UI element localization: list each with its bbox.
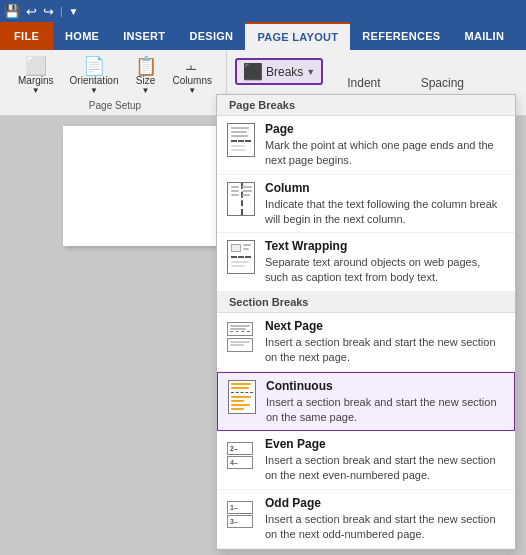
even-page-icon: 2– 4–: [227, 437, 255, 473]
column-break-text: Column Indicate that the text following …: [265, 181, 505, 227]
next-page-icon: [227, 319, 255, 355]
next-page-text: Next Page Insert a section break and sta…: [265, 319, 505, 365]
text-wrapping-title: Text Wrapping: [265, 239, 505, 253]
size-button[interactable]: 📋 Size ▼: [129, 54, 163, 98]
column-break-item[interactable]: Column Indicate that the text following …: [217, 175, 515, 234]
section-breaks-header: Section Breaks: [217, 292, 515, 313]
column-break-title: Column: [265, 181, 505, 195]
separator: |: [60, 6, 63, 17]
even-page-desc: Insert a section break and start the new…: [265, 453, 505, 483]
odd-page-item[interactable]: 1– 3– Odd Page Insert a section break an…: [217, 490, 515, 549]
continuous-text: Continuous Insert a section break and st…: [266, 379, 504, 425]
save-icon[interactable]: 💾: [4, 4, 20, 19]
indent-label: Indent: [347, 76, 380, 90]
next-page-desc: Insert a section break and start the new…: [265, 335, 505, 365]
continuous-item[interactable]: Continuous Insert a section break and st…: [217, 372, 515, 432]
column-break-icon: [227, 181, 255, 217]
next-page-title: Next Page: [265, 319, 505, 333]
margins-caret: ▼: [32, 86, 40, 95]
text-wrapping-desc: Separate text around objects on web page…: [265, 255, 505, 285]
columns-button[interactable]: ⫠ Columns ▼: [167, 54, 218, 98]
margins-label: Margins: [18, 75, 54, 86]
next-page-item[interactable]: Next Page Insert a section break and sta…: [217, 313, 515, 372]
page-break-text: Page Mark the point at which one page en…: [265, 122, 505, 168]
breaks-dropdown: Page Breaks Page Mark the point at which…: [216, 94, 516, 550]
tab-home[interactable]: HOME: [53, 22, 111, 50]
columns-caret: ▼: [188, 86, 196, 95]
tab-design[interactable]: DESIGN: [177, 22, 245, 50]
breaks-icon: ⬛: [243, 62, 263, 81]
odd-page-title: Odd Page: [265, 496, 505, 510]
size-caret: ▼: [142, 86, 150, 95]
margins-icon: ⬜: [25, 57, 47, 75]
title-bar: 💾 ↩ ↪ | ▼: [0, 0, 526, 22]
odd-page-text: Odd Page Insert a section break and star…: [265, 496, 505, 542]
continuous-icon: [228, 379, 256, 415]
text-wrapping-text: Text Wrapping Separate text around objec…: [265, 239, 505, 285]
orientation-label: Orientation: [70, 75, 119, 86]
tab-references[interactable]: REFERENCES: [350, 22, 452, 50]
undo-icon[interactable]: ↩: [26, 4, 37, 19]
odd-page-graphic: 1– 3–: [227, 501, 255, 528]
even-page-text: Even Page Insert a section break and sta…: [265, 437, 505, 483]
column-break-desc: Indicate that the text following the col…: [265, 197, 505, 227]
odd-page-desc: Insert a section break and start the new…: [265, 512, 505, 542]
ribbon-labels: Indent Spacing: [331, 76, 480, 90]
orientation-button[interactable]: 📄 Orientation ▼: [64, 54, 125, 98]
continuous-desc: Insert a section break and start the new…: [266, 395, 504, 425]
margins-button[interactable]: ⬜ Margins ▼: [12, 54, 60, 98]
page-setup-icons: ⬜ Margins ▼ 📄 Orientation ▼ 📋 Size ▼ ⫠ C…: [12, 54, 218, 98]
even-page-graphic: 2– 4–: [227, 442, 255, 469]
page-setup-label: Page Setup: [89, 100, 141, 111]
odd-page-icon: 1– 3–: [227, 496, 255, 532]
page-break-item[interactable]: Page Mark the point at which one page en…: [217, 116, 515, 175]
even-page-title: Even Page: [265, 437, 505, 451]
breaks-caret: ▼: [306, 67, 315, 77]
page-icon-graphic: [227, 123, 255, 157]
columns-label: Columns: [173, 75, 212, 86]
breaks-button[interactable]: ⬛ Breaks ▼: [235, 58, 323, 85]
ribbon-tabs: FILE HOME INSERT DESIGN PAGE LAYOUT REFE…: [0, 22, 526, 50]
size-icon: 📋: [135, 57, 157, 75]
continuous-title: Continuous: [266, 379, 504, 393]
page-break-title: Page: [265, 122, 505, 136]
tab-insert[interactable]: INSERT: [111, 22, 177, 50]
size-label: Size: [136, 75, 155, 86]
text-wrapping-icon: [227, 239, 255, 275]
next-page-graphic: [227, 322, 255, 352]
page-breaks-header: Page Breaks: [217, 95, 515, 116]
redo-icon[interactable]: ↪: [43, 4, 54, 19]
page-break-desc: Mark the point at which one page ends an…: [265, 138, 505, 168]
tab-mailings[interactable]: MAILIN: [453, 22, 517, 50]
quick-access-toolbar: 💾 ↩ ↪ | ▼: [4, 4, 79, 19]
tab-page-layout[interactable]: PAGE LAYOUT: [245, 22, 350, 50]
text-wrapping-item[interactable]: Text Wrapping Separate text around objec…: [217, 233, 515, 292]
tab-file[interactable]: FILE: [0, 22, 53, 50]
customize-icon[interactable]: ▼: [69, 6, 79, 17]
spacing-label: Spacing: [421, 76, 464, 90]
page-setup-group: ⬜ Margins ▼ 📄 Orientation ▼ 📋 Size ▼ ⫠ C…: [4, 50, 227, 115]
breaks-label: Breaks: [266, 65, 303, 79]
columns-icon: ⫠: [183, 57, 201, 75]
page-break-icon: [227, 122, 255, 158]
orientation-icon: 📄: [83, 57, 105, 75]
column-icon-graphic: [227, 182, 255, 216]
text-wrapping-graphic: [227, 240, 255, 274]
continuous-graphic: [228, 380, 256, 414]
even-page-item[interactable]: 2– 4– Even Page Insert a section break a…: [217, 431, 515, 490]
orientation-caret: ▼: [90, 86, 98, 95]
